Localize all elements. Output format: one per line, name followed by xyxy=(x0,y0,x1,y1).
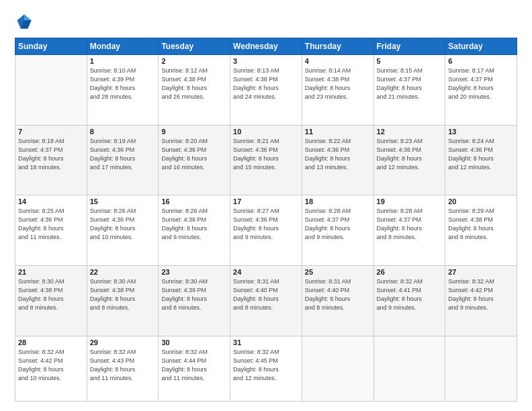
calendar-cell: 10Sunrise: 8:21 AM Sunset: 4:36 PM Dayli… xyxy=(230,125,302,195)
day-info: Sunrise: 8:28 AM Sunset: 4:37 PM Dayligh… xyxy=(377,207,443,242)
day-header-sunday: Sunday xyxy=(15,38,87,55)
day-info: Sunrise: 8:31 AM Sunset: 4:40 PM Dayligh… xyxy=(305,277,371,312)
day-header-wednesday: Wednesday xyxy=(230,38,302,55)
day-info: Sunrise: 8:32 AM Sunset: 4:41 PM Dayligh… xyxy=(377,277,443,312)
day-info: Sunrise: 8:18 AM Sunset: 4:37 PM Dayligh… xyxy=(18,137,84,172)
day-info: Sunrise: 8:32 AM Sunset: 4:43 PM Dayligh… xyxy=(90,348,156,383)
day-info: Sunrise: 8:15 AM Sunset: 4:37 PM Dayligh… xyxy=(377,66,443,101)
day-number: 8 xyxy=(90,128,156,136)
calendar-cell xyxy=(373,336,445,402)
day-number: 9 xyxy=(161,128,227,136)
calendar-header-row: SundayMondayTuesdayWednesdayThursdayFrid… xyxy=(15,38,517,55)
calendar-cell: 7Sunrise: 8:18 AM Sunset: 4:37 PM Daylig… xyxy=(15,125,87,195)
day-header-tuesday: Tuesday xyxy=(159,38,230,55)
day-number: 11 xyxy=(305,128,371,136)
calendar-cell: 25Sunrise: 8:31 AM Sunset: 4:40 PM Dayli… xyxy=(302,265,373,336)
day-header-friday: Friday xyxy=(373,38,445,55)
calendar-cell xyxy=(15,55,87,126)
day-number: 21 xyxy=(18,268,84,276)
day-info: Sunrise: 8:23 AM Sunset: 4:36 PM Dayligh… xyxy=(377,137,443,172)
day-header-monday: Monday xyxy=(87,38,159,55)
logo xyxy=(15,12,36,31)
calendar-table: SundayMondayTuesdayWednesdayThursdayFrid… xyxy=(15,38,517,402)
day-info: Sunrise: 8:32 AM Sunset: 4:44 PM Dayligh… xyxy=(161,348,227,383)
day-number: 17 xyxy=(233,197,299,205)
svg-marker-1 xyxy=(24,15,32,21)
day-number: 23 xyxy=(161,268,227,276)
day-number: 12 xyxy=(377,128,443,136)
day-number: 24 xyxy=(233,268,299,276)
day-info: Sunrise: 8:13 AM Sunset: 4:38 PM Dayligh… xyxy=(233,66,299,101)
day-number: 14 xyxy=(18,197,84,205)
day-info: Sunrise: 8:17 AM Sunset: 4:37 PM Dayligh… xyxy=(448,66,514,101)
day-number: 16 xyxy=(161,197,227,205)
calendar-week-row: 7Sunrise: 8:18 AM Sunset: 4:37 PM Daylig… xyxy=(15,125,517,195)
day-number: 26 xyxy=(377,268,443,276)
calendar-cell: 21Sunrise: 8:30 AM Sunset: 4:38 PM Dayli… xyxy=(15,265,87,336)
calendar-cell: 29Sunrise: 8:32 AM Sunset: 4:43 PM Dayli… xyxy=(87,336,159,402)
day-info: Sunrise: 8:25 AM Sunset: 4:36 PM Dayligh… xyxy=(18,207,84,242)
calendar-cell: 27Sunrise: 8:32 AM Sunset: 4:42 PM Dayli… xyxy=(445,265,517,336)
calendar-cell xyxy=(445,336,517,402)
day-info: Sunrise: 8:22 AM Sunset: 4:36 PM Dayligh… xyxy=(305,137,371,172)
day-info: Sunrise: 8:20 AM Sunset: 4:36 PM Dayligh… xyxy=(161,137,227,172)
day-info: Sunrise: 8:14 AM Sunset: 4:38 PM Dayligh… xyxy=(305,66,371,101)
day-info: Sunrise: 8:24 AM Sunset: 4:36 PM Dayligh… xyxy=(448,137,514,172)
day-number: 18 xyxy=(305,197,371,205)
day-info: Sunrise: 8:26 AM Sunset: 4:36 PM Dayligh… xyxy=(161,207,227,242)
day-number: 28 xyxy=(18,338,84,347)
calendar-cell: 5Sunrise: 8:15 AM Sunset: 4:37 PM Daylig… xyxy=(373,55,445,126)
day-number: 7 xyxy=(18,128,84,136)
calendar-cell: 30Sunrise: 8:32 AM Sunset: 4:44 PM Dayli… xyxy=(159,336,230,402)
calendar-week-row: 1Sunrise: 8:10 AM Sunset: 4:39 PM Daylig… xyxy=(15,55,517,126)
day-info: Sunrise: 8:26 AM Sunset: 4:36 PM Dayligh… xyxy=(90,207,156,242)
day-info: Sunrise: 8:30 AM Sunset: 4:38 PM Dayligh… xyxy=(18,277,84,312)
calendar-cell: 24Sunrise: 8:31 AM Sunset: 4:40 PM Dayli… xyxy=(230,265,302,336)
day-info: Sunrise: 8:12 AM Sunset: 4:38 PM Dayligh… xyxy=(161,66,227,101)
calendar-cell: 19Sunrise: 8:28 AM Sunset: 4:37 PM Dayli… xyxy=(373,195,445,266)
day-info: Sunrise: 8:27 AM Sunset: 4:36 PM Dayligh… xyxy=(233,207,299,242)
calendar-cell: 3Sunrise: 8:13 AM Sunset: 4:38 PM Daylig… xyxy=(230,55,302,126)
day-header-thursday: Thursday xyxy=(302,38,373,55)
calendar-cell: 16Sunrise: 8:26 AM Sunset: 4:36 PM Dayli… xyxy=(159,195,230,266)
calendar-cell: 4Sunrise: 8:14 AM Sunset: 4:38 PM Daylig… xyxy=(302,55,373,126)
page: SundayMondayTuesdayWednesdayThursdayFrid… xyxy=(0,0,532,411)
day-info: Sunrise: 8:10 AM Sunset: 4:39 PM Dayligh… xyxy=(90,66,156,101)
calendar-cell: 15Sunrise: 8:26 AM Sunset: 4:36 PM Dayli… xyxy=(87,195,159,266)
calendar-cell: 11Sunrise: 8:22 AM Sunset: 4:36 PM Dayli… xyxy=(302,125,373,195)
calendar-cell xyxy=(302,336,373,402)
day-number: 10 xyxy=(233,128,299,136)
calendar-cell: 12Sunrise: 8:23 AM Sunset: 4:36 PM Dayli… xyxy=(373,125,445,195)
day-number: 2 xyxy=(161,57,227,65)
calendar-cell: 2Sunrise: 8:12 AM Sunset: 4:38 PM Daylig… xyxy=(159,55,230,126)
calendar-cell: 13Sunrise: 8:24 AM Sunset: 4:36 PM Dayli… xyxy=(445,125,517,195)
day-info: Sunrise: 8:32 AM Sunset: 4:42 PM Dayligh… xyxy=(18,348,84,383)
logo-icon xyxy=(15,12,34,31)
day-info: Sunrise: 8:30 AM Sunset: 4:38 PM Dayligh… xyxy=(90,277,156,312)
calendar-week-row: 21Sunrise: 8:30 AM Sunset: 4:38 PM Dayli… xyxy=(15,265,517,336)
day-info: Sunrise: 8:30 AM Sunset: 4:39 PM Dayligh… xyxy=(161,277,227,312)
day-number: 1 xyxy=(90,57,156,65)
calendar-cell: 14Sunrise: 8:25 AM Sunset: 4:36 PM Dayli… xyxy=(15,195,87,266)
day-number: 20 xyxy=(448,197,514,205)
day-header-saturday: Saturday xyxy=(445,38,517,55)
day-number: 13 xyxy=(448,128,514,136)
calendar-cell: 28Sunrise: 8:32 AM Sunset: 4:42 PM Dayli… xyxy=(15,336,87,402)
day-number: 22 xyxy=(90,268,156,276)
day-number: 25 xyxy=(305,268,371,276)
day-number: 15 xyxy=(90,197,156,205)
day-number: 5 xyxy=(377,57,443,65)
calendar-cell: 26Sunrise: 8:32 AM Sunset: 4:41 PM Dayli… xyxy=(373,265,445,336)
calendar-cell: 17Sunrise: 8:27 AM Sunset: 4:36 PM Dayli… xyxy=(230,195,302,266)
day-info: Sunrise: 8:21 AM Sunset: 4:36 PM Dayligh… xyxy=(233,137,299,172)
header xyxy=(15,12,517,31)
day-number: 31 xyxy=(233,338,299,347)
calendar-week-row: 28Sunrise: 8:32 AM Sunset: 4:42 PM Dayli… xyxy=(15,336,517,402)
day-info: Sunrise: 8:29 AM Sunset: 4:38 PM Dayligh… xyxy=(448,207,514,242)
calendar-cell: 23Sunrise: 8:30 AM Sunset: 4:39 PM Dayli… xyxy=(159,265,230,336)
day-info: Sunrise: 8:32 AM Sunset: 4:45 PM Dayligh… xyxy=(233,348,299,383)
calendar-cell: 22Sunrise: 8:30 AM Sunset: 4:38 PM Dayli… xyxy=(87,265,159,336)
calendar-cell: 8Sunrise: 8:19 AM Sunset: 4:36 PM Daylig… xyxy=(87,125,159,195)
calendar-cell: 31Sunrise: 8:32 AM Sunset: 4:45 PM Dayli… xyxy=(230,336,302,402)
day-number: 27 xyxy=(448,268,514,276)
